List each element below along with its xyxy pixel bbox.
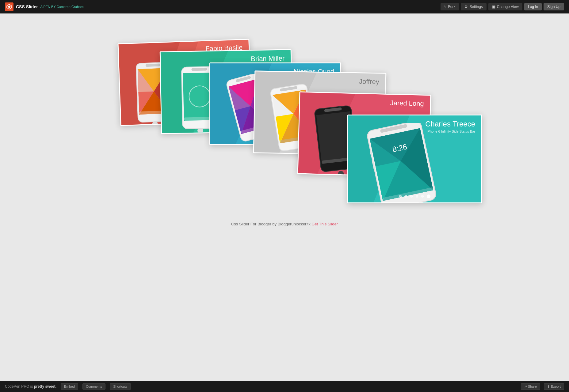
pen-byline: A PEN BY Cameron Graham [40,5,84,9]
get-slider-link[interactable]: Get This Slider [311,222,338,226]
footer-attribution: Css Slider For Blogger by Bloggerunlocke… [231,222,338,226]
export-button[interactable]: ⬆ Export [544,383,564,390]
card-charles[interactable]: 8:26 Charles Treece iPhone 6 Infinity Si… [347,115,482,203]
comments-button[interactable]: Comments [82,383,105,390]
svg-rect-6 [146,64,161,67]
dot [421,195,424,198]
export-icon: ⬆ [547,385,550,388]
svg-marker-1 [8,6,10,8]
signup-button[interactable]: Sign Up [544,3,564,10]
author-name: Cameron Graham [57,5,84,9]
share-icon: ↗ [524,385,527,388]
share-button[interactable]: ↗ Share [521,383,540,390]
view-icon: ▣ [492,5,495,9]
dot [405,195,407,198]
bottom-bar: CodePen PRO is pretty sweet. Embed Comme… [0,381,569,392]
fork-icon: ⑂ [444,5,446,9]
main-content: Fabio Basile Brian Miller [0,13,569,381]
slider-area: Fabio Basile Brian Miller [101,32,468,203]
change-view-button[interactable]: ▣ Change View [488,3,522,10]
logo-area: CSS Slider A PEN BY Cameron Graham [5,2,437,11]
app-title: CSS Slider [16,4,38,9]
dot-active [427,194,430,198]
card-5-title: Jared Long [300,92,430,112]
dot [416,195,418,198]
svg-point-55 [408,203,416,203]
footer-left: CodePen PRO is pretty sweet. Embed Comme… [5,383,519,390]
card-6-subtitle: iPhone 6 Infinity Side Status Bar [427,130,475,133]
dot [410,195,413,198]
card-6-dots [348,194,481,198]
header: CSS Slider A PEN BY Cameron Graham ⑂ For… [0,0,569,13]
fork-button[interactable]: ⑂ Fork [441,3,459,10]
login-button[interactable]: Log In [524,3,542,10]
pro-text: CodePen PRO is pretty sweet. [5,384,56,389]
footer-right: ↗ Share ⬆ Export [519,383,564,390]
shortcuts-button[interactable]: Shortcuts [110,383,131,390]
gear-icon: ⚙ [464,5,468,9]
embed-button[interactable]: Embed [61,383,78,390]
nav-buttons: ⑂ Fork ⚙ Settings ▣ Change View Log In S… [441,3,564,10]
card-4-title: Joffrey [255,71,385,90]
dot [399,195,402,198]
settings-button[interactable]: ⚙ Settings [461,3,486,10]
svg-point-44 [338,171,344,177]
logo-icon [5,2,13,11]
